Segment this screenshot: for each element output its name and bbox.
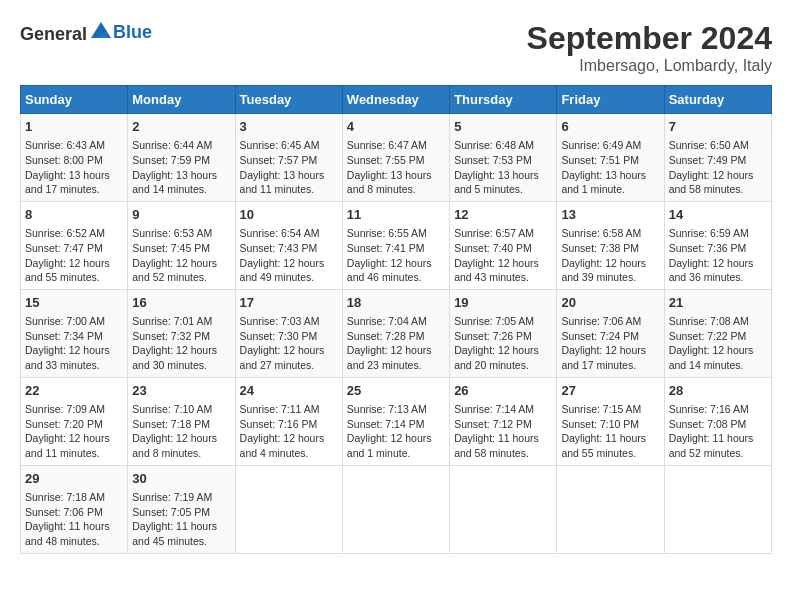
day-number: 21 — [669, 294, 767, 312]
daylight-text: Daylight: 11 hours and 58 minutes. — [454, 432, 539, 459]
day-number: 5 — [454, 118, 552, 136]
sunset-text: Sunset: 7:34 PM — [25, 330, 103, 342]
sunset-text: Sunset: 7:10 PM — [561, 418, 639, 430]
calendar-cell: 6Sunrise: 6:49 AMSunset: 7:51 PMDaylight… — [557, 114, 664, 202]
calendar-cell: 29Sunrise: 7:18 AMSunset: 7:06 PMDayligh… — [21, 465, 128, 553]
sunrise-text: Sunrise: 7:01 AM — [132, 315, 212, 327]
sunrise-text: Sunrise: 7:16 AM — [669, 403, 749, 415]
calendar-cell: 19Sunrise: 7:05 AMSunset: 7:26 PMDayligh… — [450, 289, 557, 377]
calendar-week-4: 22Sunrise: 7:09 AMSunset: 7:20 PMDayligh… — [21, 377, 772, 465]
sunset-text: Sunset: 7:47 PM — [25, 242, 103, 254]
calendar-cell: 1Sunrise: 6:43 AMSunset: 8:00 PMDaylight… — [21, 114, 128, 202]
day-number: 17 — [240, 294, 338, 312]
sunset-text: Sunset: 7:51 PM — [561, 154, 639, 166]
header-sunday: Sunday — [21, 86, 128, 114]
sunrise-text: Sunrise: 7:13 AM — [347, 403, 427, 415]
sunset-text: Sunset: 7:59 PM — [132, 154, 210, 166]
sunset-text: Sunset: 8:00 PM — [25, 154, 103, 166]
calendar-cell: 23Sunrise: 7:10 AMSunset: 7:18 PMDayligh… — [128, 377, 235, 465]
calendar-cell: 30Sunrise: 7:19 AMSunset: 7:05 PMDayligh… — [128, 465, 235, 553]
calendar-cell: 7Sunrise: 6:50 AMSunset: 7:49 PMDaylight… — [664, 114, 771, 202]
calendar-cell: 25Sunrise: 7:13 AMSunset: 7:14 PMDayligh… — [342, 377, 449, 465]
logo: General Blue — [20, 20, 152, 45]
daylight-text: Daylight: 12 hours and 36 minutes. — [669, 257, 754, 284]
day-number: 4 — [347, 118, 445, 136]
sunset-text: Sunset: 7:53 PM — [454, 154, 532, 166]
sunrise-text: Sunrise: 6:58 AM — [561, 227, 641, 239]
sunset-text: Sunset: 7:06 PM — [25, 506, 103, 518]
calendar-cell: 10Sunrise: 6:54 AMSunset: 7:43 PMDayligh… — [235, 201, 342, 289]
sunset-text: Sunset: 7:14 PM — [347, 418, 425, 430]
daylight-text: Daylight: 13 hours and 14 minutes. — [132, 169, 217, 196]
calendar-cell: 8Sunrise: 6:52 AMSunset: 7:47 PMDaylight… — [21, 201, 128, 289]
daylight-text: Daylight: 12 hours and 17 minutes. — [561, 344, 646, 371]
month-title: September 2024 — [527, 20, 772, 57]
sunset-text: Sunset: 7:05 PM — [132, 506, 210, 518]
header-wednesday: Wednesday — [342, 86, 449, 114]
sunrise-text: Sunrise: 7:05 AM — [454, 315, 534, 327]
daylight-text: Daylight: 12 hours and 11 minutes. — [25, 432, 110, 459]
sunrise-text: Sunrise: 7:08 AM — [669, 315, 749, 327]
day-number: 16 — [132, 294, 230, 312]
calendar-week-5: 29Sunrise: 7:18 AMSunset: 7:06 PMDayligh… — [21, 465, 772, 553]
day-number: 6 — [561, 118, 659, 136]
daylight-text: Daylight: 13 hours and 5 minutes. — [454, 169, 539, 196]
sunrise-text: Sunrise: 7:10 AM — [132, 403, 212, 415]
calendar-cell: 28Sunrise: 7:16 AMSunset: 7:08 PMDayligh… — [664, 377, 771, 465]
logo-icon — [89, 20, 113, 40]
header-friday: Friday — [557, 86, 664, 114]
sunrise-text: Sunrise: 7:09 AM — [25, 403, 105, 415]
calendar-week-1: 1Sunrise: 6:43 AMSunset: 8:00 PMDaylight… — [21, 114, 772, 202]
calendar-cell: 13Sunrise: 6:58 AMSunset: 7:38 PMDayligh… — [557, 201, 664, 289]
day-number: 20 — [561, 294, 659, 312]
calendar-cell: 9Sunrise: 6:53 AMSunset: 7:45 PMDaylight… — [128, 201, 235, 289]
sunrise-text: Sunrise: 6:54 AM — [240, 227, 320, 239]
sunset-text: Sunset: 7:43 PM — [240, 242, 318, 254]
daylight-text: Daylight: 12 hours and 27 minutes. — [240, 344, 325, 371]
daylight-text: Daylight: 12 hours and 33 minutes. — [25, 344, 110, 371]
sunset-text: Sunset: 7:08 PM — [669, 418, 747, 430]
sunrise-text: Sunrise: 6:59 AM — [669, 227, 749, 239]
calendar-cell: 4Sunrise: 6:47 AMSunset: 7:55 PMDaylight… — [342, 114, 449, 202]
daylight-text: Daylight: 12 hours and 23 minutes. — [347, 344, 432, 371]
day-number: 11 — [347, 206, 445, 224]
sunset-text: Sunset: 7:38 PM — [561, 242, 639, 254]
sunset-text: Sunset: 7:49 PM — [669, 154, 747, 166]
daylight-text: Daylight: 12 hours and 58 minutes. — [669, 169, 754, 196]
sunset-text: Sunset: 7:40 PM — [454, 242, 532, 254]
sunrise-text: Sunrise: 6:49 AM — [561, 139, 641, 151]
sunset-text: Sunset: 7:36 PM — [669, 242, 747, 254]
sunset-text: Sunset: 7:41 PM — [347, 242, 425, 254]
sunrise-text: Sunrise: 7:00 AM — [25, 315, 105, 327]
daylight-text: Daylight: 13 hours and 17 minutes. — [25, 169, 110, 196]
day-number: 23 — [132, 382, 230, 400]
calendar-cell — [664, 465, 771, 553]
calendar-cell: 2Sunrise: 6:44 AMSunset: 7:59 PMDaylight… — [128, 114, 235, 202]
calendar-cell: 18Sunrise: 7:04 AMSunset: 7:28 PMDayligh… — [342, 289, 449, 377]
day-number: 15 — [25, 294, 123, 312]
location-title: Imbersago, Lombardy, Italy — [527, 57, 772, 75]
calendar-cell — [450, 465, 557, 553]
calendar-cell: 5Sunrise: 6:48 AMSunset: 7:53 PMDaylight… — [450, 114, 557, 202]
sunset-text: Sunset: 7:24 PM — [561, 330, 639, 342]
daylight-text: Daylight: 12 hours and 8 minutes. — [132, 432, 217, 459]
daylight-text: Daylight: 12 hours and 46 minutes. — [347, 257, 432, 284]
sunset-text: Sunset: 7:12 PM — [454, 418, 532, 430]
day-number: 14 — [669, 206, 767, 224]
sunset-text: Sunset: 7:55 PM — [347, 154, 425, 166]
page-header: General Blue September 2024 Imbersago, L… — [20, 20, 772, 75]
daylight-text: Daylight: 11 hours and 52 minutes. — [669, 432, 754, 459]
sunset-text: Sunset: 7:45 PM — [132, 242, 210, 254]
daylight-text: Daylight: 11 hours and 48 minutes. — [25, 520, 110, 547]
sunrise-text: Sunrise: 6:57 AM — [454, 227, 534, 239]
sunrise-text: Sunrise: 7:19 AM — [132, 491, 212, 503]
calendar-table: SundayMondayTuesdayWednesdayThursdayFrid… — [20, 85, 772, 554]
daylight-text: Daylight: 13 hours and 1 minute. — [561, 169, 646, 196]
calendar-cell — [235, 465, 342, 553]
day-number: 18 — [347, 294, 445, 312]
day-number: 27 — [561, 382, 659, 400]
calendar-cell: 21Sunrise: 7:08 AMSunset: 7:22 PMDayligh… — [664, 289, 771, 377]
sunset-text: Sunset: 7:20 PM — [25, 418, 103, 430]
calendar-cell — [557, 465, 664, 553]
day-number: 28 — [669, 382, 767, 400]
